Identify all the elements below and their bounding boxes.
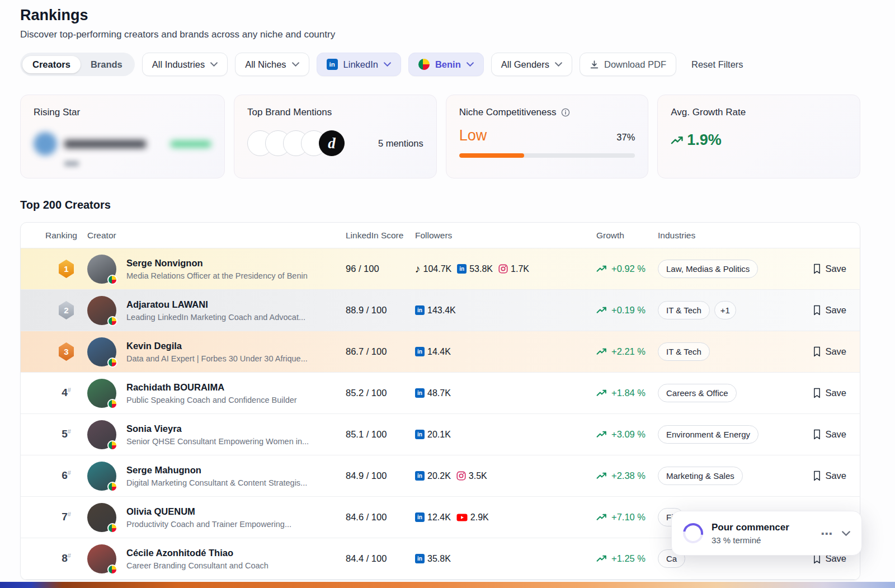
competitiveness-level: Low (459, 127, 487, 144)
creator-bio: Digital Marketing Consultant & Content S… (126, 478, 307, 487)
followers-cell: 104.7K53.8K1.7K (415, 264, 596, 274)
save-button[interactable]: Save (793, 388, 846, 398)
industries-dropdown[interactable]: All Industries (142, 53, 228, 76)
followers-cell: 20.1K (415, 430, 596, 440)
creator-bio: Media Relations Officer at the Presidenc… (126, 271, 308, 280)
toggle-brands[interactable]: Brands (81, 56, 133, 73)
followers-cell: 48.7K (415, 388, 596, 398)
mentions-count: 5 mentions (378, 138, 423, 149)
linkedin-icon (415, 305, 425, 315)
table-row[interactable]: 2 Adjaratou LAWANI Leading LinkedIn Mark… (21, 290, 860, 331)
creator-name[interactable]: Kevin Degila (126, 341, 308, 351)
linkedin-icon (415, 471, 425, 481)
header-ranking: Ranking (45, 231, 87, 241)
creator-name[interactable]: Adjaratou LAWANI (126, 299, 305, 310)
benin-flag-badge (107, 275, 117, 285)
country-dropdown[interactable]: Benin (408, 53, 484, 76)
bookmark-icon (813, 471, 821, 481)
table-row[interactable]: 5# Sonia Vieyra Senior QHSE Consultant E… (21, 414, 860, 455)
card-title: Avg. Growth Rate (671, 107, 746, 118)
follower-count-linkedin: 48.7K (415, 388, 451, 398)
save-button[interactable]: Save (793, 346, 846, 357)
competitiveness-percent: 37% (616, 132, 635, 143)
chevron-down-icon (292, 62, 299, 67)
industries-cell: Environment & Energy (658, 425, 793, 444)
creator-avatar (87, 379, 116, 408)
save-button[interactable]: Save (793, 429, 846, 440)
download-pdf-button[interactable]: Download PDF (580, 53, 676, 76)
creator-name[interactable]: Rachidath BOURAIMA (126, 382, 297, 393)
youtube-icon (456, 514, 468, 521)
rising-star-card: Rising Star (20, 95, 225, 178)
rank-number: 7# (62, 511, 71, 523)
benin-flag-badge (107, 482, 117, 492)
trend-up-icon (596, 472, 607, 479)
rank-badge: 1 (58, 260, 75, 278)
creator-name[interactable]: Sonia Vieyra (126, 424, 309, 434)
creator-name[interactable]: Serge Nonvignon (126, 258, 308, 269)
card-title: Niche Competitiveness (459, 107, 557, 118)
brand-mentions-card: Top Brand Mentions d 5 mentions (234, 95, 437, 178)
platform-dropdown[interactable]: LinkedIn (317, 53, 401, 76)
creator-bio: Career Branding Consultant and Coach (126, 561, 268, 570)
table-row[interactable]: 1 Serge Nonvignon Media Relations Office… (21, 248, 860, 290)
trend-up-icon (596, 514, 607, 521)
avg-growth-card: Avg. Growth Rate 1.9% (657, 95, 860, 178)
growth-cell: +2.38 % (596, 471, 658, 481)
industry-extra-pill[interactable]: +1 (714, 301, 736, 319)
card-title: Top Brand Mentions (247, 107, 332, 118)
industry-pill: Law, Medias & Politics (658, 260, 758, 278)
follower-count-instagram: 3.5K (456, 471, 487, 481)
collapse-chevron-icon[interactable] (842, 531, 850, 536)
creator-name[interactable]: Serge Mahugnon (126, 465, 307, 476)
genders-dropdown[interactable]: All Genders (491, 53, 572, 76)
industries-cell: Careers & Office (658, 384, 793, 402)
blurred-subtext (64, 161, 79, 166)
creator-name[interactable]: Cécile Azonhitodé Thiao (126, 548, 268, 558)
bookmark-icon (813, 346, 821, 357)
creator-name[interactable]: Olivia QUENUM (126, 506, 291, 517)
growth-cell: +7.10 % (596, 512, 658, 523)
followers-cell: 14.4K (415, 347, 596, 357)
industry-pill: Careers & Office (658, 384, 737, 402)
table-row[interactable]: 3 Kevin Degila Data and AI Expert | Forb… (21, 331, 860, 373)
table-row[interactable]: 6# Serge Mahugnon Digital Marketing Cons… (21, 455, 860, 497)
follower-count-linkedin: 20.2K (415, 471, 451, 481)
bookmark-icon (813, 264, 821, 274)
linkedin-icon (327, 59, 338, 70)
rank-number: 4# (62, 387, 71, 399)
stats-cards: Rising Star Top Brand Mentions d 5 menti… (20, 95, 860, 178)
creator-bio: Data and AI Expert | Forbes 30 Under 30 … (126, 354, 308, 363)
rank-badge: 2 (58, 301, 75, 319)
onboarding-widget[interactable]: Pour commencer 33 % terminé (671, 511, 862, 556)
reset-filters-button[interactable]: Reset Filters (691, 59, 743, 70)
chevron-down-icon (467, 62, 474, 67)
niches-dropdown[interactable]: All Niches (235, 53, 309, 76)
rank-number: 6# (62, 469, 71, 482)
save-button[interactable]: Save (793, 305, 846, 316)
followers-cell: 35.8K (415, 554, 596, 564)
industries-cell: IT & Tech+1 (658, 301, 793, 319)
bookmark-icon (813, 388, 821, 398)
onboarding-title: Pour commencer (712, 522, 789, 533)
info-icon[interactable] (561, 108, 570, 117)
table-row[interactable]: 4# Rachidath BOURAIMA Public Speaking Co… (21, 373, 860, 414)
more-options-icon[interactable] (821, 528, 832, 539)
bottom-gradient-bar (0, 582, 895, 588)
followers-cell: 143.4K (415, 305, 596, 316)
onboarding-progress: 33 % terminé (712, 535, 789, 545)
trend-up-icon (596, 307, 607, 314)
follower-count-linkedin: 12.4K (415, 512, 451, 523)
industry-pill: Marketing & Sales (658, 467, 743, 485)
linkedin-icon (415, 388, 425, 398)
save-button[interactable]: Save (793, 264, 846, 274)
toggle-creators[interactable]: Creators (22, 56, 81, 73)
follower-count-linkedin: 20.1K (415, 430, 451, 440)
benin-flag-badge (107, 357, 117, 368)
creator-avatar (87, 337, 116, 366)
blurred-growth-badge (170, 140, 211, 148)
creator-avatar (87, 503, 116, 532)
table-header: Ranking Creator LinkedIn Score Followers… (21, 223, 860, 248)
save-button[interactable]: Save (793, 471, 846, 481)
brand-mention-circle: d (319, 130, 345, 156)
